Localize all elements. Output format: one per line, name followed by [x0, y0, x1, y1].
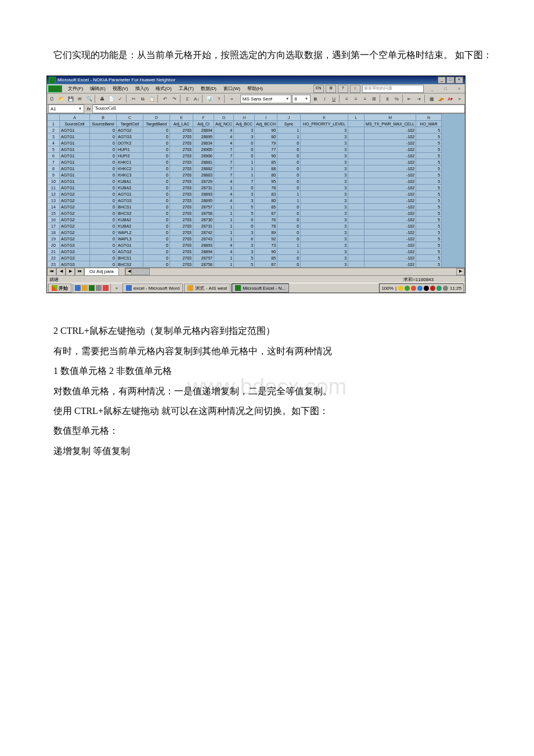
cell[interactable]: 87 — [255, 261, 277, 268]
cell[interactable] — [348, 197, 365, 204]
cell[interactable]: -102 — [365, 191, 416, 197]
cell[interactable]: 2703 — [170, 178, 193, 185]
header-cell[interactable]: SourceBand — [90, 121, 117, 127]
cell[interactable]: 0 — [90, 249, 117, 255]
cell[interactable]: 2703 — [170, 159, 193, 165]
cell[interactable]: 3 — [301, 229, 348, 236]
cell[interactable]: 3 — [301, 204, 348, 210]
cell[interactable]: -102 — [365, 229, 416, 236]
cell[interactable]: KUBA1 — [117, 178, 143, 185]
cell[interactable]: 0 — [277, 261, 301, 268]
cell[interactable]: 3 — [301, 159, 348, 165]
cell[interactable] — [348, 165, 365, 172]
cell[interactable]: 95 — [255, 178, 277, 185]
cell[interactable]: 5 — [416, 165, 442, 172]
cell[interactable] — [348, 229, 365, 236]
cell[interactable]: 0 — [143, 197, 170, 204]
cell[interactable]: 7 — [234, 178, 255, 185]
cell[interactable] — [348, 178, 365, 185]
col-header[interactable] — [48, 114, 60, 121]
cell[interactable]: AGTG1 — [60, 172, 90, 178]
cell[interactable]: 0 — [90, 210, 117, 217]
chart-icon[interactable]: 📊 — [205, 94, 214, 103]
cell[interactable]: 3 — [234, 197, 255, 204]
cell[interactable]: -102 — [365, 134, 416, 140]
cell[interactable]: 5 — [416, 178, 442, 185]
cell[interactable]: 92 — [255, 236, 277, 242]
col-header[interactable]: J — [277, 114, 301, 121]
cell[interactable]: 0 — [90, 236, 117, 242]
cell[interactable]: 0 — [143, 153, 170, 159]
merge-icon[interactable]: ⊞ — [370, 94, 379, 103]
cell[interactable]: 0 — [90, 134, 117, 140]
cell[interactable]: 80 — [255, 134, 277, 140]
cell[interactable]: 0 — [90, 146, 117, 153]
cell[interactable]: 85 — [255, 204, 277, 210]
cell[interactable]: 0 — [143, 140, 170, 146]
cell[interactable]: 0 — [277, 255, 301, 261]
cell[interactable]: 2703 — [170, 134, 193, 140]
cell[interactable]: 0 — [143, 191, 170, 197]
cell[interactable]: 5 — [416, 204, 442, 210]
cell[interactable]: 5 — [416, 127, 442, 134]
cell[interactable] — [348, 172, 365, 178]
quick-launch-icon[interactable] — [103, 285, 109, 291]
cell[interactable]: 2703 — [170, 146, 193, 153]
cell[interactable]: KUBA2 — [117, 217, 143, 223]
menu-format[interactable]: 格式(O) — [152, 84, 175, 93]
cell[interactable]: 28905 — [193, 146, 214, 153]
cell[interactable]: 88 — [255, 165, 277, 172]
cell[interactable]: -102 — [365, 204, 416, 210]
tray-icon[interactable] — [398, 286, 403, 291]
cell[interactable]: 0 — [277, 236, 301, 242]
cell[interactable]: 73 — [255, 242, 277, 249]
cell[interactable]: 0 — [90, 197, 117, 204]
font-color-icon[interactable]: A▾ — [446, 94, 454, 103]
row-header[interactable]: 14 — [48, 204, 60, 210]
start-button[interactable]: 开始 — [48, 283, 71, 293]
row-header[interactable]: 19 — [48, 236, 60, 242]
cell[interactable]: 0 — [90, 185, 117, 191]
cell[interactable]: 0 — [143, 178, 170, 185]
more-buttons-icon[interactable]: » — [228, 94, 236, 103]
cell[interactable]: 0 — [277, 223, 301, 229]
cell[interactable]: 4 — [214, 178, 234, 185]
cell[interactable] — [348, 134, 365, 140]
cell[interactable] — [348, 242, 365, 249]
cell[interactable]: BHCS1 — [117, 255, 143, 261]
cell[interactable]: AGTG3 — [60, 261, 90, 268]
cell[interactable]: BHCS1 — [117, 204, 143, 210]
cell[interactable]: 0 — [277, 229, 301, 236]
cell[interactable]: 5 — [416, 223, 442, 229]
cell[interactable]: 4 — [214, 140, 234, 146]
cell[interactable]: 28743 — [193, 236, 214, 242]
align-right-icon[interactable]: ≡ — [361, 94, 370, 103]
help-search-box[interactable]: 需要帮助的问题 — [362, 85, 424, 93]
quick-launch-icon[interactable] — [82, 285, 88, 291]
cell[interactable]: -102 — [365, 178, 416, 185]
cell[interactable]: 5 — [416, 185, 442, 191]
tab-next-icon[interactable]: ▶ — [66, 268, 75, 276]
cell[interactable]: 3 — [301, 217, 348, 223]
cell[interactable] — [348, 153, 365, 159]
cell[interactable]: 1 — [214, 255, 234, 261]
row-header[interactable]: 7 — [48, 159, 60, 165]
ime-settings-icon[interactable]: ⚙ — [326, 85, 336, 93]
cell[interactable]: 0 — [143, 165, 170, 172]
cell[interactable]: 0 — [90, 217, 117, 223]
cell[interactable]: 3 — [301, 261, 348, 268]
tab-prev-icon[interactable]: ◀ — [56, 268, 66, 276]
header-cell[interactable]: Adj_BCCH — [255, 121, 277, 127]
header-cell[interactable]: SourceCell — [60, 121, 90, 127]
cell[interactable]: 1 — [214, 210, 234, 217]
cell[interactable]: 5 — [416, 146, 442, 153]
cell[interactable]: 1 — [234, 165, 255, 172]
cell[interactable]: -102 — [365, 223, 416, 229]
cell[interactable]: -102 — [365, 172, 416, 178]
cell[interactable]: 87 — [255, 210, 277, 217]
cell[interactable]: 3 — [301, 140, 348, 146]
cell[interactable]: 1 — [234, 159, 255, 165]
header-cell[interactable]: HO_PRIORITY_LEVEL — [301, 121, 348, 127]
currency-icon[interactable]: $ — [383, 94, 392, 103]
scroll-right-icon[interactable]: ▶ — [456, 268, 464, 275]
